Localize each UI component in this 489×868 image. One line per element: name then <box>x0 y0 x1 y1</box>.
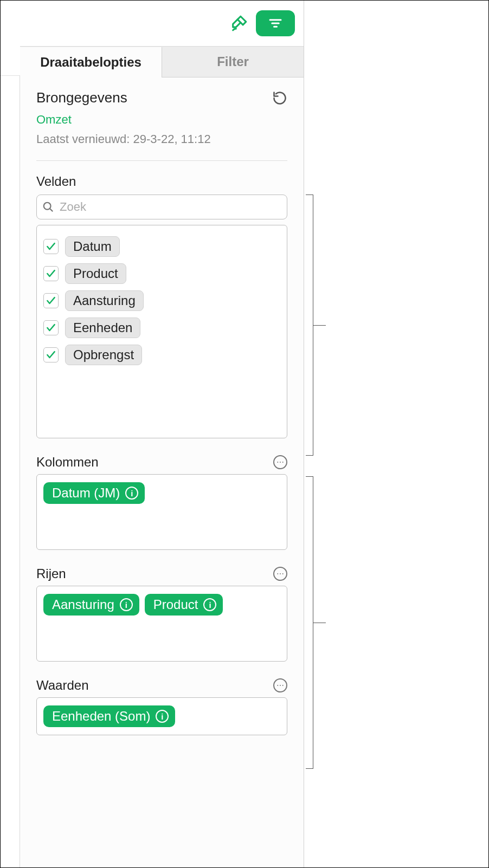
column-chip[interactable]: Datum (JM) i <box>43 482 145 504</box>
field-row[interactable]: Product <box>43 260 280 287</box>
callout-bracket-zones <box>306 476 313 769</box>
row-chip[interactable]: Product i <box>145 594 223 616</box>
info-icon[interactable]: i <box>120 598 133 611</box>
field-row[interactable]: Datum <box>43 233 280 260</box>
pivot-options-panel: Draaitabelopties Filter Brongegevens Omz… <box>20 1 304 867</box>
values-more-icon[interactable]: ⋯ <box>273 678 287 692</box>
last-refresh-text: Laatst vernieuwd: 29-3-22, 11:12 <box>36 132 211 146</box>
checkbox-icon[interactable] <box>43 320 59 335</box>
chip-label: Aansturing <box>52 597 114 612</box>
divider <box>36 160 287 161</box>
fields-list: Datum Product Aansturing Eenheden Opbren… <box>36 225 287 438</box>
source-heading: Brongegevens <box>36 89 211 106</box>
rows-more-icon[interactable]: ⋯ <box>273 567 287 581</box>
columns-label: Kolommen <box>36 455 99 470</box>
organize-button[interactable] <box>256 10 295 36</box>
checkbox-icon[interactable] <box>43 347 59 362</box>
fields-label: Velden <box>36 174 287 189</box>
field-chip[interactable]: Datum <box>65 236 120 257</box>
field-chip[interactable]: Product <box>65 263 126 284</box>
fields-search[interactable] <box>36 195 287 219</box>
values-zone[interactable]: Eenheden (Som) i <box>36 697 287 735</box>
chip-label: Product <box>153 597 198 612</box>
checkbox-icon[interactable] <box>43 293 59 308</box>
info-icon[interactable]: i <box>125 487 138 500</box>
refresh-icon[interactable] <box>272 90 287 108</box>
rows-label: Rijen <box>36 566 66 581</box>
row-chip[interactable]: Aansturing i <box>43 594 139 616</box>
panel-tabs: Draaitabelopties Filter <box>20 46 304 77</box>
callout-bracket-fields <box>306 195 313 456</box>
rows-zone[interactable]: Aansturing i Product i <box>36 586 287 662</box>
field-chip[interactable]: Aansturing <box>65 290 144 311</box>
svg-line-4 <box>50 209 53 212</box>
checkbox-icon[interactable] <box>43 239 59 254</box>
panel-toolbar <box>20 1 304 46</box>
search-icon <box>42 201 54 213</box>
checkbox-icon[interactable] <box>43 266 59 281</box>
fields-search-input[interactable] <box>60 200 281 214</box>
info-icon[interactable]: i <box>156 710 169 723</box>
chip-label: Datum (JM) <box>52 485 120 501</box>
svg-point-3 <box>44 203 51 210</box>
chip-label: Eenheden (Som) <box>52 709 150 724</box>
field-row[interactable]: Eenheden <box>43 314 280 341</box>
field-chip[interactable]: Eenheden <box>65 318 140 338</box>
tab-filter[interactable]: Filter <box>162 47 304 77</box>
format-brush-icon[interactable] <box>230 14 248 33</box>
values-label: Waarden <box>36 678 89 693</box>
sheet-edge <box>1 75 20 867</box>
columns-more-icon[interactable]: ⋯ <box>273 455 287 469</box>
field-row[interactable]: Opbrengst <box>43 341 280 368</box>
field-row[interactable]: Aansturing <box>43 287 280 314</box>
field-chip[interactable]: Opbrengst <box>65 345 142 365</box>
tab-pivot-options[interactable]: Draaitabelopties <box>20 47 162 77</box>
info-icon[interactable]: i <box>203 598 216 611</box>
value-chip[interactable]: Eenheden (Som) i <box>43 705 175 727</box>
source-table-link[interactable]: Omzet <box>36 113 72 127</box>
columns-zone[interactable]: Datum (JM) i <box>36 474 287 550</box>
